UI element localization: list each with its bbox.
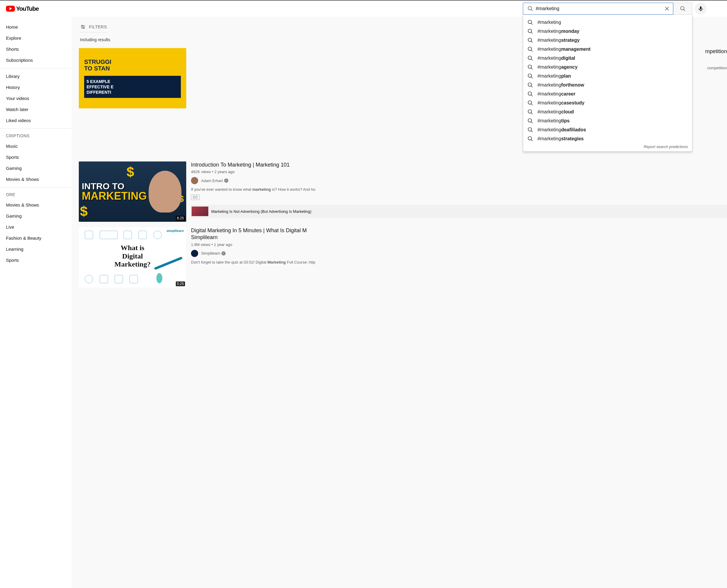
suggestion-text: #marketingdeafiliados bbox=[537, 127, 586, 132]
video-description: Don't forget to take the quiz at 03:52! … bbox=[191, 260, 727, 265]
svg-point-0 bbox=[528, 6, 532, 10]
svg-line-9 bbox=[531, 32, 533, 34]
svg-line-31 bbox=[531, 131, 533, 132]
search-suggestion[interactable]: #marketing bbox=[523, 18, 692, 27]
sidebar-item-live[interactable]: Live bbox=[0, 222, 72, 232]
svg-point-28 bbox=[528, 119, 532, 122]
search-icon bbox=[527, 73, 533, 79]
sidebar-item-liked-videos[interactable]: Liked videos bbox=[0, 115, 72, 126]
youtube-wordmark: YouTube bbox=[16, 5, 39, 12]
search-suggestion[interactable]: #marketingdeafiliados bbox=[523, 125, 692, 134]
video-thumbnail[interactable]: simplilearn What is Digital Marketing? 5… bbox=[79, 227, 186, 288]
search-icon bbox=[527, 6, 533, 12]
search-suggestion[interactable]: #marketingcareer bbox=[523, 89, 692, 99]
logo[interactable]: YouTube bbox=[6, 5, 39, 12]
search-suggestion[interactable]: #marketingcloud bbox=[523, 107, 692, 117]
svg-point-12 bbox=[528, 47, 532, 51]
search-suggestion[interactable]: #marketingdigital bbox=[523, 54, 692, 63]
search-suggestion[interactable]: #marketingstrategy bbox=[523, 36, 692, 45]
video-title[interactable]: Introduction To Marketing | Marketing 10… bbox=[191, 162, 727, 168]
search-icon bbox=[527, 55, 533, 61]
svg-line-23 bbox=[531, 95, 533, 97]
suggestion-text: #marketingstrategies bbox=[537, 136, 584, 142]
suggestion-text: #marketingstrategy bbox=[537, 38, 580, 43]
video-stats: 1.9M views • 1 year ago bbox=[191, 243, 727, 247]
svg-point-14 bbox=[528, 56, 532, 60]
search-icon bbox=[527, 136, 533, 142]
sidebar-item-movies-shows[interactable]: Movies & Shows bbox=[0, 200, 72, 210]
search-suggestion[interactable]: #marketingmonday bbox=[523, 27, 692, 36]
search-suggestion[interactable]: #marketingcasestudy bbox=[523, 99, 692, 107]
svg-point-6 bbox=[528, 20, 532, 24]
thumb-badge: simplilearn bbox=[167, 229, 184, 232]
search-suggestion[interactable]: #marketingmanagement bbox=[523, 45, 692, 54]
sidebar-item-fashion-beauty[interactable]: Fashion & Beauty bbox=[0, 232, 72, 244]
search-input[interactable] bbox=[536, 6, 663, 11]
search-suggestion[interactable]: #marketingplan bbox=[523, 71, 692, 81]
sidebar-item-library[interactable]: Library bbox=[0, 71, 72, 82]
sidebar-item-learning[interactable]: Learning bbox=[0, 244, 72, 255]
report-predictions-link[interactable]: Report search predictions bbox=[523, 143, 692, 150]
svg-line-21 bbox=[531, 86, 533, 87]
video-title[interactable]: Digital Marketing In 5 Minutes | What Is… bbox=[191, 227, 727, 241]
video-result[interactable]: simplilearn What is Digital Marketing? 5… bbox=[79, 227, 727, 288]
sidebar-item-movies-shows[interactable]: Movies & Shows bbox=[0, 174, 72, 185]
sidebar-header-more: ORE bbox=[0, 190, 72, 200]
suggestion-text: #marketing bbox=[537, 20, 561, 25]
sidebar-item-music[interactable]: Music bbox=[0, 141, 72, 152]
sidebar-item-sports[interactable]: Sports bbox=[0, 255, 72, 266]
video-stats: 492K views • 2 years ago bbox=[191, 170, 727, 174]
search-icon bbox=[527, 28, 533, 34]
video-result[interactable]: $ $ $ INTRO TO MARKETING 6:25 Introducti… bbox=[79, 162, 727, 222]
sidebar-item-subscriptions[interactable]: Subscriptions bbox=[0, 55, 72, 66]
search-area: #marketing#marketingmonday#marketingstra… bbox=[507, 3, 722, 15]
thumb-text: DIFFERENTI bbox=[87, 90, 111, 94]
suggestion-text: #marketingforthenow bbox=[537, 82, 584, 88]
search-suggestion[interactable]: #marketingforthenow bbox=[523, 81, 692, 89]
sidebar-item-explore[interactable]: Explore bbox=[0, 33, 72, 44]
search-suggestion[interactable]: #marketingtips bbox=[523, 117, 692, 125]
sidebar: HomeExploreShortsSubscriptions LibraryHi… bbox=[0, 17, 72, 588]
sidebar-item-home[interactable]: Home bbox=[0, 21, 72, 33]
suggestion-text: #marketingmonday bbox=[537, 29, 580, 34]
search-suggestion[interactable]: #marketingstrategies bbox=[523, 134, 692, 143]
clear-search-button[interactable] bbox=[663, 4, 671, 13]
suggestion-text: #marketingcloud bbox=[537, 109, 574, 114]
search-input-container bbox=[523, 3, 673, 15]
sidebar-item-shorts[interactable]: Shorts bbox=[0, 44, 72, 55]
sidebar-item-gaming[interactable]: Gaming bbox=[0, 210, 72, 222]
sidebar-item-your-videos[interactable]: Your videos bbox=[0, 93, 72, 104]
video-thumbnail[interactable]: STRUGGITO STAN 5 EXAMPLEEFFECTIVE EDIFFE… bbox=[79, 48, 186, 108]
search-icon bbox=[527, 19, 533, 25]
search-icon bbox=[527, 109, 533, 115]
thumb-text: EFFECTIVE E bbox=[87, 84, 113, 89]
sidebar-header-subscriptions: CRIPTIONS bbox=[0, 131, 72, 141]
svg-point-39 bbox=[83, 28, 84, 29]
suggestion-text: #marketingagency bbox=[537, 64, 577, 70]
search-button[interactable] bbox=[673, 3, 692, 15]
sidebar-item-gaming[interactable]: Gaming bbox=[0, 163, 72, 174]
sidebar-item-sports[interactable]: Sports bbox=[0, 152, 72, 163]
search-box: #marketing#marketingmonday#marketingstra… bbox=[523, 3, 692, 15]
video-thumbnail[interactable]: $ $ $ INTRO TO MARKETING 6:25 bbox=[79, 162, 186, 222]
svg-line-33 bbox=[531, 140, 533, 141]
featured-clip[interactable]: Marketing Is Not Advertising (But Advert… bbox=[191, 205, 727, 218]
sidebar-item-history[interactable]: History bbox=[0, 82, 72, 93]
svg-point-16 bbox=[528, 65, 532, 69]
thumb-text: STRUGGI bbox=[84, 59, 111, 65]
filters-button[interactable]: FILTERS bbox=[80, 21, 108, 33]
channel-link[interactable]: Simplilearn ✓ bbox=[191, 250, 727, 257]
search-suggestion[interactable]: #marketingagency bbox=[523, 63, 692, 71]
cc-badge: CC bbox=[191, 195, 200, 200]
youtube-play-icon bbox=[6, 6, 15, 12]
search-icon bbox=[527, 118, 533, 124]
verified-icon: ✓ bbox=[224, 178, 228, 183]
verified-icon: ✓ bbox=[221, 251, 226, 255]
channel-link[interactable]: Adam Erhart ✓ bbox=[191, 177, 727, 184]
featured-title: Marketing Is Not Advertising (But Advert… bbox=[211, 209, 311, 214]
thumb-text: TO STAN bbox=[84, 65, 110, 71]
sidebar-item-watch-later[interactable]: Watch later bbox=[0, 104, 72, 115]
svg-line-25 bbox=[531, 104, 533, 105]
suggestion-text: #marketingmanagement bbox=[537, 46, 591, 52]
voice-search-button[interactable] bbox=[695, 3, 707, 15]
